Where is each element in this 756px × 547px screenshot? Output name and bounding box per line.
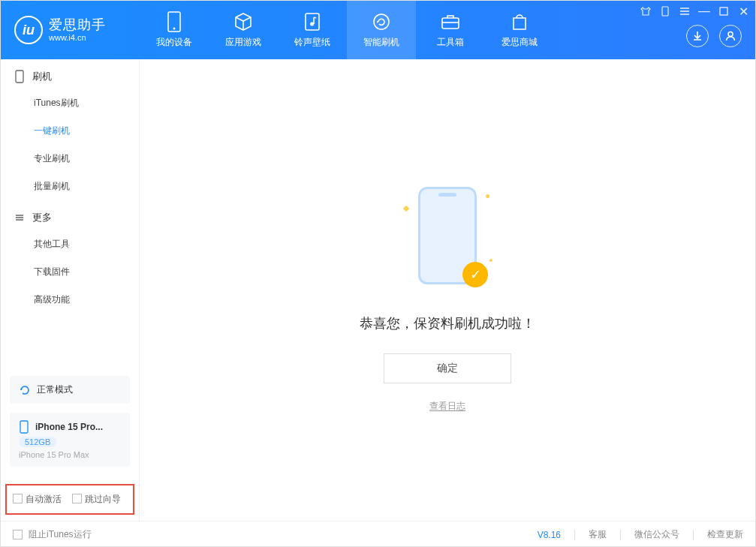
- sidebar-item-itunes-flash[interactable]: iTunes刷机: [1, 89, 139, 117]
- nav-smart-flash[interactable]: 智能刷机: [347, 1, 416, 59]
- app-name-en: www.i4.cn: [49, 33, 106, 42]
- svg-rect-10: [20, 421, 28, 433]
- checkbox-auto-activate[interactable]: 自动激活: [13, 493, 62, 506]
- svg-rect-5: [442, 18, 459, 29]
- skin-icon[interactable]: [640, 5, 652, 17]
- minimize-button[interactable]: —: [698, 5, 710, 17]
- app-logo: iu 爱思助手 www.i4.cn: [1, 1, 140, 59]
- device-info-block[interactable]: iPhone 15 Pro... 512GB iPhone 15 Pro Max: [10, 413, 130, 467]
- success-message: 恭喜您，保资料刷机成功啦！: [360, 314, 535, 332]
- nav-my-device[interactable]: 我的设备: [140, 1, 209, 59]
- sidebar-group-flash: 刷机: [1, 59, 139, 89]
- svg-rect-7: [720, 8, 727, 15]
- device-name: iPhone 15 Pro...: [35, 422, 103, 432]
- success-illustration: ✓: [410, 187, 485, 292]
- svg-rect-2: [306, 14, 319, 30]
- sidebar-item-pro-flash[interactable]: 专业刷机: [1, 145, 139, 173]
- svg-rect-9: [16, 71, 23, 83]
- footer-wechat[interactable]: 微信公众号: [634, 528, 679, 541]
- nav-label: 爱思商城: [501, 36, 538, 49]
- bag-icon: [510, 12, 529, 32]
- logo-icon: iu: [14, 16, 43, 44]
- download-button[interactable]: [686, 25, 709, 47]
- nav-label: 工具箱: [437, 36, 464, 49]
- svg-point-1: [173, 27, 176, 29]
- footer-service[interactable]: 客服: [589, 528, 607, 541]
- nav-apps-games[interactable]: 应用游戏: [209, 1, 278, 59]
- device-icon: [164, 12, 184, 32]
- device-mode-block[interactable]: 正常模式: [10, 376, 130, 404]
- sidebar-item-download-firmware[interactable]: 下载固件: [1, 258, 139, 286]
- menu-icon[interactable]: [679, 5, 691, 17]
- version-label: V8.16: [538, 530, 561, 540]
- user-button[interactable]: [719, 25, 742, 47]
- sidebar-item-onekey-flash[interactable]: 一键刷机: [1, 117, 139, 145]
- footer-update[interactable]: 检查更新: [707, 528, 743, 541]
- music-icon: [303, 12, 322, 32]
- more-icon: [14, 212, 25, 223]
- checkbox-block-itunes[interactable]: 阻止iTunes运行: [13, 528, 92, 541]
- svg-point-4: [374, 14, 389, 29]
- refresh-icon: [19, 384, 31, 396]
- sidebar-group-more: 更多: [1, 200, 139, 230]
- check-badge-icon: ✓: [462, 262, 488, 287]
- nav-label: 铃声壁纸: [294, 36, 330, 49]
- options-highlight-box: 自动激活 跳过向导: [5, 484, 134, 515]
- maximize-button[interactable]: [718, 5, 730, 17]
- phone-icon: [19, 420, 29, 434]
- view-log-link[interactable]: 查看日志: [429, 400, 465, 413]
- nav-store[interactable]: 爱思商城: [485, 1, 554, 59]
- cube-icon: [233, 12, 253, 32]
- nav-label: 智能刷机: [363, 36, 399, 49]
- svg-point-8: [728, 32, 733, 37]
- svg-point-3: [310, 22, 314, 26]
- device-model: iPhone 15 Pro Max: [19, 450, 121, 459]
- nav-ringtone-wallpaper[interactable]: 铃声壁纸: [278, 1, 347, 59]
- ok-button[interactable]: 确定: [384, 353, 511, 383]
- app-name-cn: 爱思助手: [49, 18, 106, 33]
- device-storage: 512GB: [19, 437, 56, 447]
- nav-label: 应用游戏: [225, 36, 261, 49]
- sidebar-item-other-tools[interactable]: 其他工具: [1, 230, 139, 258]
- sidebar-item-batch-flash[interactable]: 批量刷机: [1, 173, 139, 200]
- nav-label: 我的设备: [156, 36, 192, 49]
- checkbox-skip-wizard[interactable]: 跳过向导: [72, 493, 121, 506]
- toolbox-icon: [441, 12, 460, 32]
- sidebar-item-advanced[interactable]: 高级功能: [1, 286, 139, 314]
- phone-small-icon[interactable]: [659, 5, 671, 17]
- nav-toolbox[interactable]: 工具箱: [416, 1, 485, 59]
- refresh-gear-icon: [372, 12, 391, 32]
- phone-icon: [14, 70, 25, 83]
- close-button[interactable]: ✕: [737, 5, 749, 17]
- mode-label: 正常模式: [37, 383, 73, 396]
- svg-rect-6: [662, 7, 668, 16]
